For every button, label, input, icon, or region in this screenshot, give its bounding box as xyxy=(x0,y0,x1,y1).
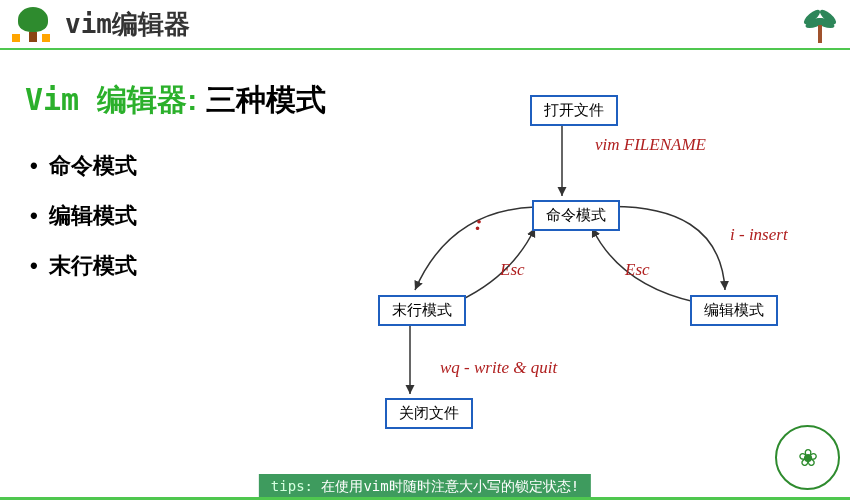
box-lastline-mode: 末行模式 xyxy=(378,295,466,326)
slide-header: vim编辑器 xyxy=(0,0,850,50)
tips-text: 在使用vim时随时注意大小写的锁定状态! xyxy=(321,478,579,494)
annotation-vim-command: vim FILENAME xyxy=(595,135,706,155)
left-column: Vim 编辑器: 三种模式 命令模式 编辑模式 末行模式 xyxy=(25,80,355,301)
heading-modes: 三种模式 xyxy=(206,83,326,116)
mode-list: 命令模式 编辑模式 末行模式 xyxy=(30,151,355,281)
logo-badge: ❀ xyxy=(775,425,840,490)
palm-icon xyxy=(800,5,840,45)
box-close-file: 关闭文件 xyxy=(385,398,473,429)
list-item: 末行模式 xyxy=(30,251,355,281)
annotation-insert: i - insert xyxy=(730,225,788,245)
heading-colon: : xyxy=(187,83,205,116)
slide-title: vim编辑器 xyxy=(65,7,190,42)
flow-diagram: 打开文件 命令模式 末行模式 编辑模式 关闭文件 vim FILENAME : … xyxy=(360,90,830,430)
list-item: 命令模式 xyxy=(30,151,355,181)
list-item: 编辑模式 xyxy=(30,201,355,231)
annotation-esc-left: Esc xyxy=(500,260,525,280)
box-open-file: 打开文件 xyxy=(530,95,618,126)
box-command-mode: 命令模式 xyxy=(532,200,620,231)
tree-icon xyxy=(10,7,55,42)
badge-tree-icon: ❀ xyxy=(798,444,818,472)
annotation-esc-right: Esc xyxy=(625,260,650,280)
tips-label: tips: xyxy=(271,478,322,494)
annotation-wq: wq - write & quit xyxy=(440,358,557,378)
heading-editor: 编辑器 xyxy=(97,82,187,117)
heading-vim: Vim xyxy=(25,82,97,117)
annotation-colon: : xyxy=(475,210,482,236)
main-heading: Vim 编辑器: 三种模式 xyxy=(25,80,355,121)
box-edit-mode: 编辑模式 xyxy=(690,295,778,326)
